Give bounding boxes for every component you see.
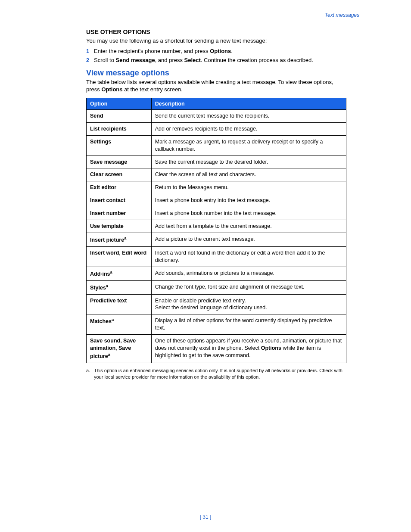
- page-number-value: 31: [202, 514, 208, 520]
- view-message-options-intro: The table below lists several options av…: [86, 78, 346, 93]
- option-cell: Insert contact: [87, 194, 152, 207]
- step-text: Enter the recipient's phone number, and …: [94, 48, 210, 54]
- desc-text: Enable or disable predictive text entry.: [155, 298, 246, 304]
- intro-bold: Options: [101, 86, 122, 93]
- option-cell: Send: [87, 110, 152, 123]
- desc-text: Select the desired language of dictionar…: [155, 305, 267, 311]
- table-row: List recipientsAdd or removes recipients…: [87, 122, 346, 135]
- desc-bold: Options: [261, 345, 281, 351]
- description-cell: Enable or disable predictive text entry.…: [151, 294, 346, 314]
- description-cell: Send the current text message to the rec…: [151, 110, 346, 123]
- desc-text: Add sounds, animations or pictures to a …: [155, 270, 274, 276]
- description-cell: Mark a message as urgent, to request a d…: [151, 135, 346, 156]
- table-row: Insert numberInsert a phone book number …: [87, 207, 346, 220]
- running-head: Text messages: [325, 12, 359, 18]
- option-cell: Insert picturea: [87, 233, 152, 246]
- step-bold: Options: [210, 48, 231, 54]
- desc-text: Add text from a template to the current …: [155, 223, 272, 229]
- use-other-options-intro: You may use the following as a shortcut …: [86, 37, 346, 45]
- description-cell: Insert a word not found in the dictionar…: [151, 246, 346, 267]
- desc-text: Insert a phone book number into the text…: [155, 210, 277, 216]
- footnote-label: a.: [86, 367, 90, 374]
- view-message-options-heading: View message options: [86, 68, 346, 78]
- option-cell: Insert number: [87, 207, 152, 220]
- desc-text: Add a picture to the current text messag…: [155, 236, 255, 242]
- option-cell: Add-insa: [87, 267, 152, 280]
- desc-text: Send the current text message to the rec…: [155, 113, 269, 119]
- footnote-ref: a: [112, 317, 114, 322]
- description-cell: Add or removes recipients to the message…: [151, 122, 346, 135]
- table-header-row: Option Description: [87, 98, 346, 110]
- step-text: , and press: [155, 57, 184, 63]
- table-row: MatchesaDisplay a list of other options …: [87, 314, 346, 335]
- desc-text: Return to the Messages menu.: [155, 184, 229, 190]
- th-option: Option: [87, 98, 152, 110]
- page: Text messages USE OTHER OPTIONS You may …: [0, 0, 411, 532]
- desc-text: Clear the screen of all text and charact…: [155, 171, 256, 177]
- footnote-ref: a: [106, 284, 108, 288]
- description-cell: Display a list of other options for the …: [151, 314, 346, 335]
- table-row: SendSend the current text message to the…: [87, 110, 346, 123]
- footnote-ref: a: [110, 270, 112, 274]
- table-row: Predictive textEnable or disable predict…: [87, 294, 346, 314]
- description-cell: Save the current message to the desired …: [151, 156, 346, 168]
- step-bold: Select: [184, 57, 201, 63]
- step-bold: Send message: [116, 57, 155, 63]
- description-cell: Change the font type, font size and alig…: [151, 280, 346, 294]
- footnote-ref: a: [108, 352, 110, 357]
- table-row: Save messageSave the current message to …: [87, 156, 346, 168]
- table-row: StylesaChange the font type, font size a…: [87, 280, 346, 294]
- desc-text: Display a list of other options for the …: [155, 317, 332, 331]
- option-cell: Insert word, Edit word: [87, 246, 152, 267]
- th-description: Description: [151, 98, 346, 110]
- table-row: Exit editorReturn to the Messages menu.: [87, 181, 346, 194]
- option-cell: List recipients: [87, 122, 152, 135]
- option-cell: Use template: [87, 220, 152, 233]
- desc-text: Insert a phone book entry into the text …: [155, 197, 271, 203]
- description-cell: Add text from a template to the current …: [151, 220, 346, 233]
- step-text: . Continue the creation process as descr…: [201, 57, 313, 63]
- option-cell: Predictive text: [87, 294, 152, 314]
- option-cell: Stylesa: [87, 280, 152, 294]
- table-row: Use templateAdd text from a template to …: [87, 220, 346, 233]
- description-cell: Add a picture to the current text messag…: [151, 233, 346, 246]
- options-table: Option Description SendSend the current …: [86, 98, 346, 363]
- intro-text: at the text entry screen.: [123, 86, 183, 93]
- step-number: 2: [86, 56, 89, 64]
- option-cell: Clear screen: [87, 168, 152, 181]
- option-cell: Save sound, Save animation, Save picture…: [87, 335, 152, 363]
- step-2: 2 Scroll to Send message, and press Sele…: [86, 56, 346, 64]
- step-text: .: [231, 48, 233, 54]
- description-cell: Insert a phone book number into the text…: [151, 207, 346, 220]
- desc-text: Save the current message to the desired …: [155, 159, 268, 165]
- content-area: USE OTHER OPTIONS You may use the follow…: [86, 28, 346, 380]
- description-cell: Clear the screen of all text and charact…: [151, 168, 346, 181]
- description-cell: One of these options appears if you rece…: [151, 335, 346, 363]
- use-other-options-heading: USE OTHER OPTIONS: [86, 28, 346, 35]
- step-number: 1: [86, 47, 89, 55]
- step-text: Scroll to: [94, 57, 116, 63]
- desc-text: Add or removes recipients to the message…: [155, 126, 258, 132]
- footnote-a: a. This option is an enhanced messaging …: [86, 367, 346, 380]
- option-cell: Matchesa: [87, 314, 152, 335]
- table-row: Insert contactInsert a phone book entry …: [87, 194, 346, 207]
- steps-list: 1 Enter the recipient's phone number, an…: [86, 47, 346, 64]
- footnote-text: This option is an enhanced messaging ser…: [94, 368, 342, 380]
- table-row: Save sound, Save animation, Save picture…: [87, 335, 346, 363]
- description-cell: Return to the Messages menu.: [151, 181, 346, 194]
- description-cell: Add sounds, animations or pictures to a …: [151, 267, 346, 280]
- table-row: SettingsMark a message as urgent, to req…: [87, 135, 346, 156]
- option-cell: Settings: [87, 135, 152, 156]
- desc-text: Change the font type, font size and alig…: [155, 284, 305, 290]
- option-cell: Save message: [87, 156, 152, 168]
- bracket: ]: [209, 514, 212, 520]
- table-row: Insert word, Edit wordInsert a word not …: [87, 246, 346, 267]
- table-row: Insert pictureaAdd a picture to the curr…: [87, 233, 346, 246]
- desc-text: Mark a message as urgent, to request a d…: [155, 139, 323, 152]
- table-row: Add-insaAdd sounds, animations or pictur…: [87, 267, 346, 280]
- footnote-ref: a: [124, 236, 126, 240]
- table-row: Clear screenClear the screen of all text…: [87, 168, 346, 181]
- option-cell: Exit editor: [87, 181, 152, 194]
- desc-text: Insert a word not found in the dictionar…: [155, 250, 325, 263]
- description-cell: Insert a phone book entry into the text …: [151, 194, 346, 207]
